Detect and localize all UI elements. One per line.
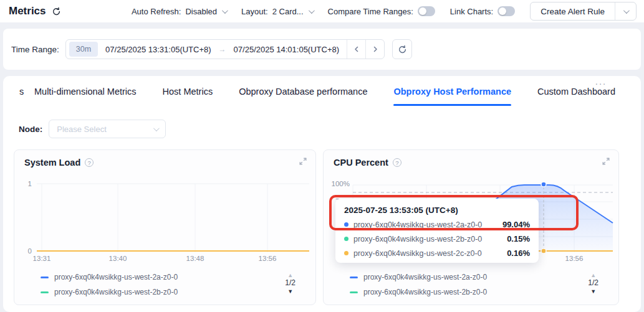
legend-item[interactable]: proxy-6xq0k4wsikkg-us-west-2a-z0-0 [41, 273, 178, 281]
legend-item[interactable]: proxy-6xq0k4wsikkg-us-west-2b-z0-0 [41, 288, 178, 296]
tooltip-series-value: 0.15% [507, 234, 530, 243]
tooltip-row: proxy-6xq0k4wsikkg-us-west-2a-z0-0 99.04… [344, 220, 530, 229]
expand-icon[interactable] [299, 157, 307, 168]
legend-page-down-icon[interactable]: ▼ [590, 288, 596, 295]
help-icon[interactable]: ? [393, 158, 401, 167]
chevron-down-icon [222, 7, 228, 14]
legend-label: proxy-6xq0k4wsikkg-us-west-2b-z0-0 [363, 288, 487, 296]
legend-page-indicator: 1/2 [588, 279, 598, 288]
create-alert-rule-button[interactable]: Create Alert Rule [531, 2, 615, 20]
series-dot-green [344, 237, 348, 241]
tooltip-row: proxy-6xq0k4wsikkg-us-west-2b-z0-0 0.15% [344, 234, 530, 243]
cpu-percent-legend: proxy-6xq0k4wsikkg-us-west-2a-z0-0 proxy… [350, 273, 487, 296]
expand-icon[interactable] [602, 157, 610, 168]
tooltip-series-value: 99.04% [502, 220, 530, 229]
toggle-knob [499, 7, 506, 15]
topbar-controls: Auto Refresh: Disabled Layout: 2 Card...… [132, 2, 637, 21]
node-filter-row: Node: Please Select [19, 120, 166, 138]
layout-control[interactable]: Layout: 2 Card... [241, 7, 313, 16]
tabs-more-icon[interactable]: ··· [595, 78, 607, 88]
x-tick: 13:48 [186, 255, 204, 262]
x-tick: 13:56 [259, 255, 277, 262]
legend-page-indicator: 1/2 [285, 279, 296, 288]
top-bar: Metrics Auto Refresh: Disabled Layout: 2… [0, 0, 644, 22]
create-alert-rule-dropdown-button[interactable] [615, 2, 636, 20]
tooltip-row: proxy-6xq0k4wsikkg-us-west-2c-z0-0 0.16% [344, 248, 530, 258]
series-color-dash [350, 291, 358, 293]
tooltip-timestamp: 2025-07-25 13:53:05 (UTC+8) [344, 206, 530, 215]
tab-bar: s Multi-dimensional Metrics Host Metrics… [3, 76, 641, 107]
compare-time-ranges-label: Compare Time Ranges: [328, 7, 413, 16]
time-range-end[interactable]: 07/25/2025 14:01:05(UTC+8) [226, 45, 347, 54]
tab-multi-dimensional-metrics[interactable]: Multi-dimensional Metrics [34, 76, 137, 107]
time-range-start[interactable]: 07/25/2025 13:31:05(UTC+8) [98, 45, 218, 54]
time-range-label: Time Range: [11, 45, 59, 54]
create-alert-rule-split-button: Create Alert Rule [530, 2, 637, 21]
hover-point-blue [541, 182, 546, 187]
node-select[interactable]: Please Select [49, 120, 166, 138]
time-range-picker: 30m 07/25/2025 13:31:05(UTC+8) → 07/25/2… [65, 39, 385, 59]
system-load-title: System Load [24, 158, 80, 168]
legend-item[interactable]: proxy-6xq0k4wsikkg-us-west-2b-z0-0 [350, 288, 487, 296]
tooltip-series-value: 0.16% [507, 248, 530, 258]
x-tick: 13:31 [33, 255, 51, 262]
range-arrow-icon: → [219, 45, 226, 54]
tab-overflow-fragment: s [19, 76, 24, 107]
hover-point-orange [541, 248, 546, 253]
chevron-down-icon [153, 125, 160, 131]
cpu-percent-title: CPU Percent [334, 158, 388, 168]
auto-refresh-value[interactable]: Disabled [185, 7, 217, 16]
x-tick: 13:56 [565, 255, 584, 262]
auto-refresh-label: Auto Refresh: [132, 7, 181, 16]
help-icon[interactable]: ? [85, 158, 94, 167]
time-range-refresh-button[interactable] [392, 39, 412, 59]
legend-pager: ▲ 1/2 ▼ [285, 272, 296, 295]
legend-page-down-icon[interactable]: ▼ [287, 288, 293, 295]
legend-item[interactable]: proxy-6xq0k4wsikkg-us-west-2a-z0-0 [350, 273, 487, 281]
link-charts-toggle[interactable] [497, 6, 515, 16]
refresh-icon[interactable] [52, 7, 61, 16]
chart-tooltip: 2025-07-25 13:53:05 (UTC+8) proxy-6xq0k4… [335, 199, 539, 263]
toggle-knob [419, 7, 426, 15]
cpu-percent-card: CPU Percent ? [323, 149, 619, 305]
series-dot-blue [344, 222, 348, 227]
auto-refresh-control[interactable]: Auto Refresh: Disabled [132, 7, 226, 16]
legend-label: proxy-6xq0k4wsikkg-us-west-2a-z0-0 [363, 273, 487, 281]
series-color-dash [350, 277, 358, 278]
time-range-next-button[interactable] [365, 40, 384, 59]
legend-label: proxy-6xq0k4wsikkg-us-west-2a-z0-0 [54, 273, 178, 281]
legend-pager: ▲ 1/2 ▼ [588, 272, 598, 295]
legend-page-up-icon[interactable]: ▲ [590, 272, 596, 278]
y-tick-0: 0 [28, 247, 32, 255]
tooltip-series-name: proxy-6xq0k4wsikkg-us-west-2c-z0-0 [353, 249, 482, 258]
tab-host-metrics[interactable]: Host Metrics [163, 76, 213, 107]
layout-value[interactable]: 2 Card... [272, 7, 304, 16]
x-tick: 13:40 [109, 255, 127, 262]
y-tick-100: 100% [332, 180, 350, 187]
tooltip-series-name: proxy-6xq0k4wsikkg-us-west-2a-z0-0 [353, 220, 482, 229]
system-load-chart[interactable]: 1 0 13:31 13:40 13:48 13:56 [14, 179, 317, 266]
main-panel: s Multi-dimensional Metrics Host Metrics… [3, 76, 641, 312]
tooltip-series-name: proxy-6xq0k4wsikkg-us-west-2b-z0-0 [353, 235, 482, 243]
cpu-percent-header: CPU Percent ? [334, 157, 610, 168]
system-load-legend: proxy-6xq0k4wsikkg-us-west-2a-z0-0 proxy… [41, 273, 178, 296]
chevron-down-icon [308, 7, 314, 14]
compare-time-ranges-toggle[interactable] [418, 6, 435, 16]
tab-obproxy-database-performance[interactable]: Obproxy Database performance [239, 76, 367, 107]
time-range-bar: Time Range: 30m 07/25/2025 13:31:05(UTC+… [3, 29, 641, 70]
time-range-prev-button[interactable] [347, 40, 365, 59]
chevron-down-icon [623, 7, 630, 14]
system-load-card: System Load ? 1 0 13:31 13:40 13:48 13:5… [14, 149, 316, 305]
compare-time-ranges-control: Compare Time Ranges: [328, 6, 435, 16]
legend-page-up-icon[interactable]: ▲ [287, 272, 293, 278]
tab-obproxy-host-performance[interactable]: Obproxy Host Performance [393, 76, 511, 107]
legend-label: proxy-6xq0k4wsikkg-us-west-2b-z0-0 [54, 288, 178, 296]
series-color-dash [41, 277, 49, 278]
link-charts-label: Link Charts: [450, 7, 493, 16]
node-select-placeholder: Please Select [57, 125, 107, 134]
time-range-preset-chip[interactable]: 30m [69, 42, 98, 57]
series-color-dash [41, 291, 49, 293]
series-dot-orange [344, 251, 348, 255]
layout-label: Layout: [241, 7, 268, 16]
y-tick-1: 1 [28, 180, 32, 187]
